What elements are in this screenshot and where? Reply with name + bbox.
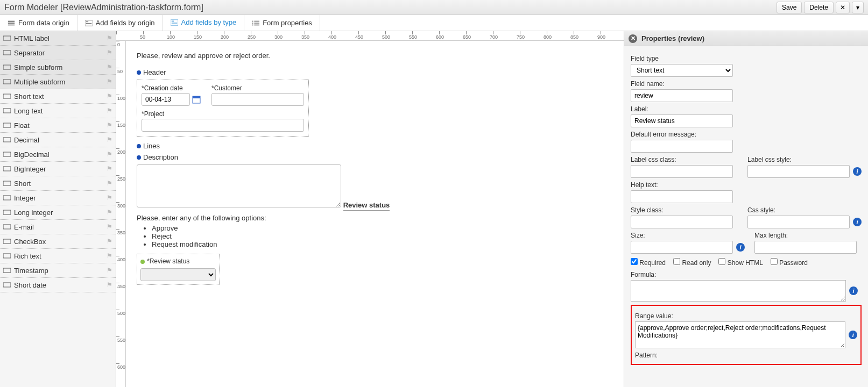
- svg-rect-8: [171, 23, 177, 24]
- menu-caret-button[interactable]: ▾: [852, 2, 864, 13]
- grid-icon: [3, 267, 11, 274]
- style-class-input[interactable]: [631, 216, 733, 228]
- intro-text: Please, review and approve or reject ord…: [137, 52, 613, 60]
- palette-item[interactable]: CheckBox⚑: [0, 234, 116, 249]
- readonly-checkbox[interactable]: Read only: [673, 258, 711, 267]
- field-name-label: Field name:: [631, 80, 862, 88]
- palette-item[interactable]: BigInteger⚑: [0, 162, 116, 176]
- text-icon: [3, 122, 11, 128]
- size-input[interactable]: [631, 241, 733, 254]
- max-length-label: Max length:: [754, 232, 862, 239]
- properties-title: Properties (review): [641, 34, 704, 42]
- palette-item[interactable]: Short date⚑: [0, 278, 116, 292]
- svg-rect-21: [3, 123, 11, 127]
- error-msg-input[interactable]: [631, 140, 733, 153]
- text-icon: [3, 93, 11, 99]
- header-group: *Creation date *Customer *Project: [137, 80, 309, 137]
- text-icon: [3, 209, 11, 216]
- size-label: Size:: [631, 232, 745, 239]
- tab-form-properties[interactable]: Form properties: [244, 15, 320, 31]
- formula-label: Formula:: [631, 271, 862, 278]
- dot-icon: [137, 155, 141, 160]
- label-css-class-input[interactable]: [631, 165, 733, 178]
- palette-item[interactable]: Long integer⚑: [0, 205, 116, 220]
- palette-item[interactable]: Simple subform⚑: [0, 60, 116, 75]
- tab-add-fields-origin[interactable]: Add fields by origin: [77, 15, 163, 31]
- info-icon[interactable]: i: [849, 331, 857, 339]
- label-css-style-input[interactable]: [747, 165, 850, 178]
- formula-textarea[interactable]: [631, 280, 846, 302]
- creation-date-input[interactable]: [142, 93, 190, 106]
- form-icon: [85, 20, 93, 26]
- review-status-field: *Review status: [137, 254, 220, 285]
- close-panel-button[interactable]: ✕: [629, 34, 637, 43]
- text-icon: [3, 253, 11, 259]
- palette-item[interactable]: Integer⚑: [0, 191, 116, 205]
- description-textarea[interactable]: [137, 164, 341, 207]
- help-text-input[interactable]: [631, 190, 733, 203]
- html-icon: [3, 35, 11, 41]
- header-label: Header: [143, 68, 166, 76]
- tab-form-data-origin[interactable]: Form data origin: [0, 15, 77, 31]
- palette-item[interactable]: Short⚑: [0, 176, 116, 191]
- css-style-input[interactable]: [747, 216, 850, 228]
- palette-label: Multiple subform: [14, 78, 65, 86]
- flag-icon: ⚑: [107, 63, 112, 71]
- info-icon[interactable]: i: [853, 218, 862, 226]
- svg-rect-22: [3, 138, 11, 142]
- palette-item[interactable]: Short text⚑: [0, 89, 116, 104]
- label-css-style-label: Label css style:: [747, 156, 862, 163]
- palette-item[interactable]: Rich text⚑: [0, 249, 116, 263]
- svg-rect-13: [252, 24, 253, 25]
- palette-item[interactable]: Multiple subform⚑: [0, 75, 116, 89]
- review-status-heading: Review status: [343, 201, 390, 211]
- palette-item[interactable]: Timestamp⚑: [0, 263, 116, 278]
- svg-rect-19: [3, 94, 11, 98]
- field-name-input[interactable]: [631, 89, 733, 102]
- save-button[interactable]: Save: [777, 2, 802, 13]
- palette-item[interactable]: Long text⚑: [0, 104, 116, 118]
- flag-icon: ⚑: [107, 252, 112, 260]
- css-style-label: Css style:: [747, 206, 862, 214]
- info-icon[interactable]: i: [849, 286, 858, 295]
- review-status-select[interactable]: [140, 268, 216, 281]
- palette-item[interactable]: Separator⚑: [0, 46, 116, 60]
- info-icon[interactable]: i: [736, 243, 745, 252]
- flag-icon: ⚑: [107, 92, 112, 100]
- form-icon: [171, 19, 178, 26]
- range-value-textarea[interactable]: [635, 321, 845, 348]
- info-icon[interactable]: i: [853, 167, 862, 176]
- project-input[interactable]: [142, 119, 304, 132]
- palette-label: E-mail: [14, 223, 34, 231]
- field-type-label: Field type: [631, 55, 862, 62]
- palette-label: HTML label: [14, 34, 50, 42]
- options-list: ApproveRejectRequest modification: [152, 224, 613, 248]
- palette-item[interactable]: Decimal⚑: [0, 133, 116, 147]
- error-msg-label: Default error message:: [631, 131, 862, 138]
- customer-input[interactable]: [211, 93, 304, 106]
- svg-rect-29: [3, 239, 11, 243]
- palette-item[interactable]: HTML label⚑: [0, 31, 116, 46]
- flag-icon: ⚑: [107, 136, 112, 144]
- delete-button[interactable]: Delete: [804, 2, 834, 13]
- required-checkbox[interactable]: Required: [631, 258, 666, 267]
- palette-label: Decimal: [14, 136, 39, 144]
- password-checkbox[interactable]: Password: [771, 258, 808, 267]
- svg-rect-20: [3, 109, 11, 113]
- palette-label: CheckBox: [14, 238, 46, 246]
- customer-label: *Customer: [211, 84, 304, 92]
- palette-item[interactable]: E-mail⚑: [0, 220, 116, 234]
- calendar-icon[interactable]: [192, 95, 201, 104]
- flag-icon: ⚑: [107, 238, 112, 245]
- tab-add-fields-type[interactable]: Add fields by type: [163, 15, 245, 31]
- palette-item[interactable]: Float⚑: [0, 118, 116, 133]
- flag-icon: ⚑: [107, 194, 112, 202]
- label-input[interactable]: [631, 114, 733, 127]
- palette-item[interactable]: BigDecimal⚑: [0, 147, 116, 162]
- form-canvas[interactable]: Please, review and approve or reject ord…: [126, 41, 624, 387]
- showhtml-checkbox[interactable]: Show HTML: [718, 258, 763, 267]
- svg-rect-23: [3, 152, 11, 156]
- max-length-input[interactable]: [754, 241, 857, 254]
- close-button[interactable]: ✕: [836, 2, 850, 13]
- field-type-select[interactable]: Short text: [631, 64, 733, 77]
